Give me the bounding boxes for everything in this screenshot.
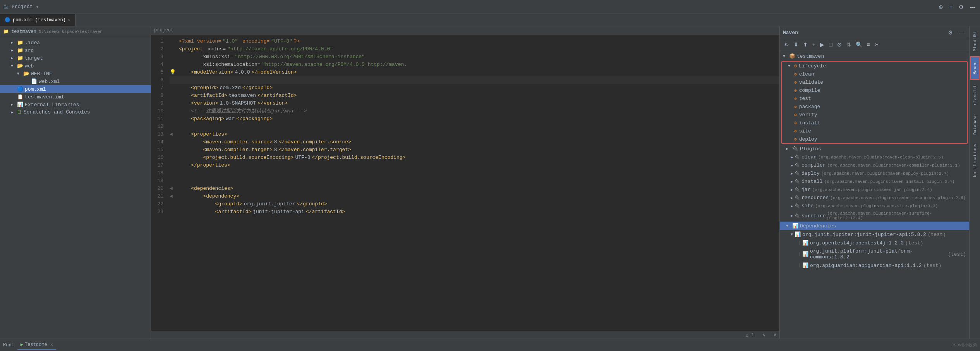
tree-item-web[interactable]: ▼ 📂 web [0, 62, 151, 70]
tree-item-pomxml[interactable]: 🔵 pom.xml [0, 85, 151, 93]
dep-org.junit.jupiter:junit-jupiter-api:5.8.2[interactable]: ▼ 📊 org.junit.jupiter:junit-jupiter-api:… [780, 230, 969, 239]
maven-settings-btn[interactable]: ⚙ [946, 29, 954, 36]
dep-child-org.junit.platform:junit-platform-commons:1.8.2[interactable]: | 📊 org.junit.platform:junit-platform-co… [780, 247, 969, 261]
tree-item-target[interactable]: ▶ 📁 target [0, 54, 151, 62]
maven-stop-btn[interactable]: □ [827, 41, 834, 48]
maven-plugins-header[interactable]: ▶ 🔌 Plugins [780, 145, 969, 153]
tab-notifications[interactable]: Notifications [971, 139, 979, 182]
minimize-btn[interactable]: — [968, 3, 977, 11]
line-number-10: 10 [151, 107, 166, 115]
plugin-surefire[interactable]: ▶ 🔌 surefire (org.apache.maven.plugins:m… [780, 210, 969, 222]
tree-item-src[interactable]: ▶ 📁 src [0, 46, 151, 54]
plugin-deploy[interactable]: ▶ 🔌 deploy (org.apache.maven.plugins:mav… [780, 169, 969, 177]
line-number-7: 7 [151, 84, 166, 92]
tree-item-webxml[interactable]: 📄 web.xml [0, 77, 151, 85]
fold-icon[interactable]: ◀ [170, 186, 173, 191]
code-line-20: ◀ <dependencies> [170, 185, 779, 193]
token: <maven.compiler.source> [179, 138, 273, 146]
phase-validate: validate [799, 79, 823, 85]
maven-add-btn[interactable]: + [811, 41, 817, 48]
lifecycle-install[interactable]: ⚙ install [782, 119, 967, 127]
run-tab-testdome[interactable]: ▶ Testdome ✕ [17, 340, 56, 350]
token: </groupId> [297, 200, 327, 208]
tree-item-testmaveniml[interactable]: 📋 testmaven.iml [0, 93, 151, 101]
token: "http://maven.apache.org/POM/4.0.0" [227, 45, 333, 53]
lifecycle-verify[interactable]: ⚙ verify [782, 111, 967, 119]
maven-run-btn[interactable]: ▶ [819, 41, 826, 48]
line-number-2: 2 [151, 45, 166, 53]
plugin-clean[interactable]: ▶ 🔌 clean (org.apache.maven.plugins:mave… [780, 153, 969, 161]
editor-panel: project 12345678910111213141516171819202… [151, 26, 779, 339]
plugin-name: deploy [802, 170, 820, 176]
plugin-compiler[interactable]: ▶ 🔌 compiler (org.apache.maven.plugins:m… [780, 161, 969, 169]
lifecycle-test[interactable]: ⚙ test [782, 95, 967, 103]
lifecycle-package[interactable]: ⚙ package [782, 103, 967, 111]
maven-refresh-btn[interactable]: ↻ [783, 41, 791, 48]
lifecycle-clean[interactable]: ⚙ clean [782, 70, 967, 78]
maven-group-btn[interactable]: ≡ [865, 41, 872, 48]
line-number-8: 8 [151, 92, 166, 100]
root-icon: 📁 [3, 29, 9, 34]
gutter-13[interactable]: ◀ [170, 131, 177, 138]
token: <!-- 这里通过配置文件将默认认包jar为war --> [179, 107, 307, 115]
plugin-icon: 🔌 [795, 213, 800, 219]
maven-root[interactable]: ▼ 📦 testmaven [780, 52, 969, 60]
code-area[interactable]: <?xml version="1.0" encoding="UTF-8"?><p… [166, 34, 779, 331]
tab-pom[interactable]: 🔵 pom.xml (testmaven) ✕ [0, 14, 76, 26]
token: <groupId> [179, 200, 242, 208]
run-tab-close[interactable]: ✕ [50, 342, 53, 348]
maven-search-btn[interactable]: 🔍 [854, 41, 864, 48]
plugin-site[interactable]: ▶ 🔌 site (org.apache.maven.plugins:maven… [780, 202, 969, 210]
tree-item-extlibs[interactable]: ▶ 📊 External Libraries [0, 101, 151, 108]
lifecycle-site[interactable]: ⚙ site [782, 127, 967, 135]
tree-item-idea[interactable]: ▶ 📁 .idea [0, 39, 151, 46]
structure-btn[interactable]: ≡ [948, 3, 954, 11]
settings-btn[interactable]: ⚙ [957, 3, 965, 11]
fold-icon[interactable]: ◀ [170, 193, 173, 199]
code-line-13: ◀ <properties> [170, 131, 779, 138]
dep-child-org.opentest4j:opentest4j:1.2.0[interactable]: | 📊 org.opentest4j:opentest4j:1.2.0 (tes… [780, 239, 969, 247]
tab-plantuml[interactable]: PlantUML [971, 26, 979, 56]
code-line-17: </properties> [170, 162, 779, 169]
lifecycle-validate[interactable]: ⚙ validate [782, 78, 967, 86]
tree-item-scratches[interactable]: ▶ 🗒 Scratches and Consoles [0, 108, 151, 116]
gutter-21[interactable]: ◀ [170, 193, 177, 200]
gutter-20[interactable]: ◀ [170, 185, 177, 193]
maven-cut-btn[interactable]: ✂ [873, 41, 881, 48]
token: <maven.compiler.target> [179, 146, 273, 154]
plugin-install[interactable]: ▶ 🔌 install (org.apache.maven.plugins:ma… [780, 177, 969, 186]
token: 8 [274, 146, 277, 154]
code-line-12 [170, 123, 779, 131]
tab-database[interactable]: Database [971, 110, 979, 139]
plugin-resources[interactable]: ▶ 🔌 resources (org.apache.maven.plugins:… [780, 194, 969, 202]
label-extlibs: External Libraries [25, 102, 79, 108]
maven-toggle-btn[interactable]: ⇅ [845, 41, 853, 48]
maven-skip-btn[interactable]: ⊘ [836, 41, 843, 48]
maven-lifecycle-header[interactable]: ▼ ⚙ Lifecycle [782, 62, 967, 70]
tree-item-webinf[interactable]: ▼ 📂 WEB-INF [0, 70, 151, 77]
maven-deps-header[interactable]: ▼ 📊 Dependencies [780, 222, 969, 230]
maven-dl-btn[interactable]: ⬇ [792, 41, 800, 48]
fold-icon[interactable]: ◀ [170, 131, 173, 137]
line-number-6: 6 [151, 76, 166, 84]
token: </version> [257, 100, 288, 107]
add-btn[interactable]: ⊕ [937, 3, 945, 11]
gutter-5[interactable]: 💡 [170, 69, 177, 76]
tab-close[interactable]: ✕ [68, 18, 70, 22]
token: <version> [179, 100, 218, 107]
maven-up-btn[interactable]: ⬆ [802, 41, 809, 48]
lifecycle-deploy[interactable]: ⚙ deploy [782, 135, 967, 143]
editor-content[interactable]: 1234567891011121314151617181920212223 <?… [151, 34, 779, 331]
gear-icon-verify: ⚙ [794, 112, 797, 117]
line-number-4: 4 [151, 61, 166, 69]
plugin-arrow: ▶ [791, 213, 793, 218]
lifecycle-compile[interactable]: ⚙ compile [782, 86, 967, 95]
plugin-jar[interactable]: ▶ 🔌 jar (org.apache.maven.plugins:maven-… [780, 186, 969, 194]
tab-maven[interactable]: Maven [970, 56, 980, 80]
dep-child-org.apiguardian:apiguardian-api:1.1.2[interactable]: | 📊 org.apiguardian:apiguardian-api:1.1.… [780, 261, 969, 270]
token: <?xml version= [179, 38, 221, 45]
tab-classlib[interactable]: classlib [971, 80, 979, 110]
line-number-12: 12 [151, 123, 166, 131]
maven-min-btn[interactable]: — [958, 29, 966, 36]
dropdown-arrow[interactable]: ▾ [36, 4, 39, 10]
